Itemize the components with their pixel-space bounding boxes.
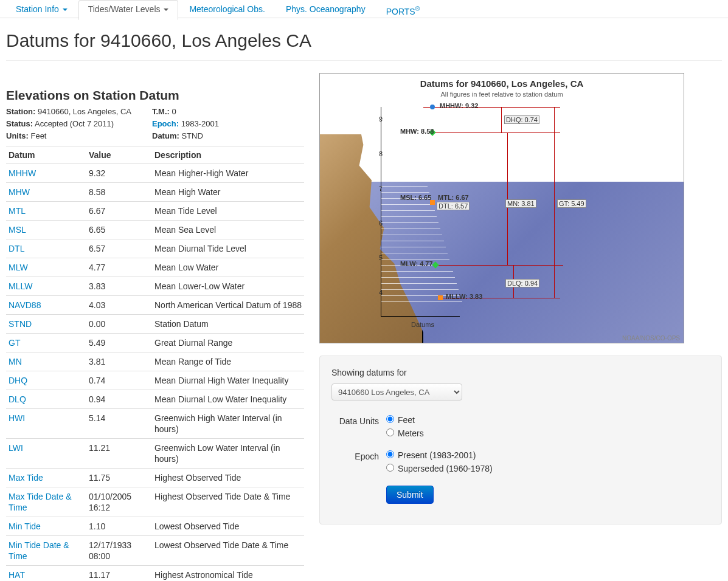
chart-label-dlq: DLQ: 0.94	[505, 279, 539, 287]
nav-tab[interactable]: Station Info	[6, 0, 77, 20]
units-value: Feet	[30, 131, 46, 140]
datum-value: 4.77	[86, 258, 152, 277]
nav-tab[interactable]: Phys. Oceanography	[276, 0, 375, 20]
datum-value: 6.57	[86, 239, 152, 258]
table-row: MTL6.67Mean Tide Level	[6, 202, 304, 221]
datum-value: 11.17	[86, 566, 152, 582]
table-row: DHQ0.74Mean Diurnal High Water Inequalit…	[6, 371, 304, 390]
datum-link[interactable]: HWI	[9, 413, 25, 423]
table-row: Min Tide Date & Time12/17/1933 08:00Lowe…	[6, 536, 304, 566]
chart-label-msl: MSL: 6.65	[399, 194, 432, 201]
units-meters-radio[interactable]: Meters	[386, 428, 710, 438]
datum-link[interactable]: MHW	[9, 187, 30, 197]
datums-chart: Datums for 9410660, Los Angeles, CA All …	[319, 73, 684, 343]
datum-link[interactable]: Max Tide Date & Time	[9, 492, 72, 512]
nav-tab[interactable]: Meteorological Obs.	[179, 0, 275, 20]
datum-value: 5.49	[86, 334, 152, 352]
datum-link[interactable]: Max Tide	[9, 473, 43, 483]
datum-value: 3.81	[86, 352, 152, 371]
datum-value: 0.74	[86, 371, 152, 390]
form-heading: Showing datums for	[331, 368, 710, 377]
datum-value: 4.03	[86, 296, 152, 315]
chart-label-dhq: DHQ: 0.74	[504, 115, 539, 124]
datum-desc: Mean Diurnal Low Water Inequality	[152, 390, 304, 409]
datum-desc: Mean Diurnal High Water Inequality	[152, 371, 304, 390]
datum-value: STND	[181, 131, 203, 140]
chart-label-mhw: MHW: 8.58	[399, 128, 435, 135]
datum-link[interactable]: HAT	[9, 570, 25, 580]
datum-desc: Mean Diurnal Tide Level	[152, 239, 304, 258]
table-row: MN3.81Mean Range of Tide	[6, 352, 304, 371]
datum-desc: Highest Observed Tide	[152, 469, 304, 487]
page-title: Datums for 9410660, Los Angeles CA	[6, 30, 722, 61]
nav-tabs: Station Info Tides/Water Levels Meteorol…	[0, 0, 728, 18]
datum-label: Datum:	[152, 131, 179, 140]
datum-value: 3.83	[86, 277, 152, 296]
datum-link[interactable]: STND	[9, 319, 32, 329]
table-row: NAVD884.03North American Vertical Datum …	[6, 296, 304, 315]
datum-desc: Mean High Water	[152, 183, 304, 202]
table-row: MLLW3.83Mean Lower-Low Water	[6, 277, 304, 296]
marker-mhhw	[430, 105, 435, 109]
datum-desc: Mean Lower-Low Water	[152, 277, 304, 296]
datum-link[interactable]: MLW	[9, 263, 28, 272]
epoch-present-radio[interactable]: Present (1983-2001)	[386, 450, 710, 460]
datum-value: 1.10	[86, 517, 152, 536]
epoch-superseded-radio[interactable]: Superseded (1960-1978)	[386, 464, 710, 473]
datum-link[interactable]: MHHW	[9, 168, 36, 178]
table-row: MSL6.65Mean Sea Level	[6, 221, 304, 239]
datum-desc: Mean Range of Tide	[152, 352, 304, 371]
datum-link[interactable]: Min Tide	[9, 521, 41, 531]
table-row: GT5.49Great Diurnal Range	[6, 334, 304, 352]
submit-button[interactable]: Submit	[386, 486, 434, 504]
datum-link[interactable]: DLQ	[9, 394, 26, 404]
status-value: Accepted (Oct 7 2011)	[35, 119, 114, 128]
range-dhq	[501, 107, 502, 132]
chart-label-mllw: MLLW: 3.83	[445, 293, 484, 300]
chevron-down-icon	[63, 9, 68, 11]
table-row: HWI5.14Greenwich High Water Interval (in…	[6, 409, 304, 439]
datum-link[interactable]: MTL	[9, 206, 26, 216]
datum-desc: Mean Tide Level	[152, 202, 304, 221]
datum-value: 12/17/1933 08:00	[86, 536, 152, 566]
chart-label-mhhw: MHHW: 9.32	[439, 102, 479, 109]
datum-value: 01/10/2005 16:12	[86, 487, 152, 517]
units-label: Units:	[6, 131, 29, 140]
meta-block: Station: 9410660, Los Angeles, CA Status…	[6, 106, 304, 142]
chart-label-mlw: MLW: 4.77	[399, 260, 434, 267]
datum-link[interactable]: MLLW	[9, 281, 32, 291]
chart-label-dtl: DTL: 6.57	[437, 202, 470, 210]
marker-dtl	[430, 200, 435, 205]
table-row: LWI11.21Greenwich Low Water Interval (in…	[6, 439, 304, 469]
datum-link[interactable]: MN	[9, 357, 22, 366]
chart-label-gt: GT: 5.49	[557, 199, 586, 208]
table-row: Max Tide Date & Time01/10/2005 16:12High…	[6, 487, 304, 517]
tm-label: T.M.:	[152, 107, 170, 116]
x-axis-label: Datums	[411, 321, 434, 328]
chevron-down-icon	[164, 9, 168, 11]
datum-link[interactable]: GT	[9, 338, 20, 348]
epoch-label-link[interactable]: Epoch:	[152, 119, 179, 128]
status-label: Status:	[6, 119, 33, 128]
table-row: HAT11.17Highest Astronomical Tide	[6, 566, 304, 582]
station-select[interactable]: 9410660 Los Angeles, CA	[331, 383, 462, 401]
datum-value: 6.67	[86, 202, 152, 221]
datum-desc: Mean Sea Level	[152, 221, 304, 239]
datum-link[interactable]: MSL	[9, 225, 26, 235]
datum-value: 11.21	[86, 439, 152, 469]
nav-tab[interactable]: PORTS®	[376, 0, 429, 22]
datums-form: Showing datums for 9410660 Los Angeles, …	[319, 356, 722, 524]
table-row: Max Tide11.75Highest Observed Tide	[6, 469, 304, 487]
datum-link[interactable]: DTL	[9, 244, 24, 253]
nav-tab[interactable]: Tides/Water Levels	[78, 0, 179, 20]
datum-link[interactable]: NAVD88	[9, 300, 41, 310]
datum-link[interactable]: Min Tide Date & Time	[9, 540, 69, 561]
datum-desc: Mean Higher-High Water	[152, 164, 304, 183]
units-feet-radio[interactable]: Feet	[386, 415, 710, 425]
datum-desc: Greenwich High Water Interval (in hours)	[152, 409, 304, 439]
range-mn	[507, 132, 508, 265]
datum-value: 9.32	[86, 164, 152, 183]
range-gt	[554, 107, 555, 298]
datum-link[interactable]: DHQ	[9, 376, 27, 385]
datum-link[interactable]: LWI	[9, 443, 23, 453]
